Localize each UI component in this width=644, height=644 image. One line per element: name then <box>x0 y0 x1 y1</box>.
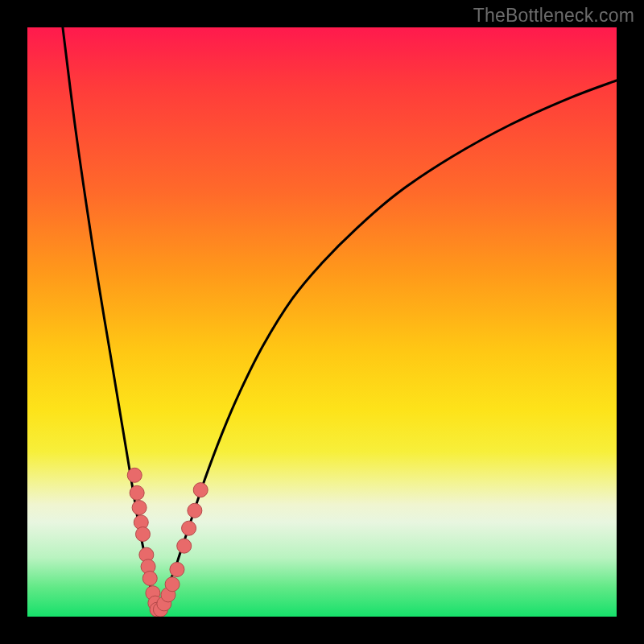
curve-right-branch <box>157 80 617 611</box>
chart-stage: TheBottleneck.com <box>0 0 644 644</box>
data-marker <box>177 539 192 553</box>
data-marker <box>165 577 180 592</box>
data-marker <box>130 485 144 500</box>
plot-area <box>27 27 617 617</box>
data-marker <box>188 503 202 518</box>
chart-svg <box>27 27 617 617</box>
watermark-text: TheBottleneck.com <box>473 5 634 27</box>
data-marker <box>142 571 157 585</box>
data-marker <box>132 501 147 515</box>
data-marker <box>170 562 184 576</box>
data-marker <box>182 521 196 535</box>
data-marker <box>135 527 150 542</box>
data-marker <box>127 468 142 482</box>
data-marker <box>193 483 208 497</box>
